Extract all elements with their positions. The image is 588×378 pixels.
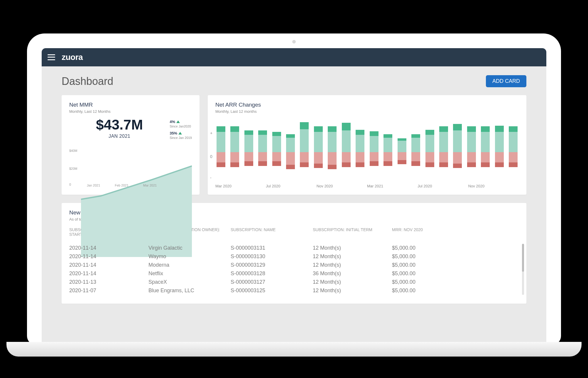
cell-date: 2020-11-07 — [69, 288, 146, 294]
arr-x-labels: Mar 2020 Jul 2020 Nov 2020 Mar 2021 Jul … — [215, 181, 519, 188]
cell-term: 12 Month(s) — [313, 262, 389, 268]
mmr-area-chart: $40M $20M 0 Jan 2021 Feb 2021 Mar 2021 — [69, 146, 192, 187]
table-row[interactable]: 2020-11-14WaymoS-000000313012 Month(s)$5… — [69, 252, 519, 261]
scrollbar-track[interactable] — [522, 244, 524, 295]
cell-date: 2020-11-14 — [69, 253, 146, 260]
mmr-value: $43.7M — [69, 118, 170, 132]
cell-date: 2020-11-13 — [69, 279, 146, 285]
mmr-since-1: Since Jan 2019 — [170, 136, 192, 140]
bar — [285, 118, 296, 181]
cell-date: 2020-11-14 — [69, 271, 146, 277]
bar — [313, 118, 324, 181]
bar — [215, 118, 226, 181]
bar — [257, 118, 268, 181]
x-label: Nov 2020 — [468, 184, 519, 188]
cell-account: Waymo — [148, 253, 228, 260]
axis-minus: - — [210, 175, 212, 180]
svg-marker-0 — [81, 166, 192, 257]
bar — [508, 118, 519, 181]
net-arr-card[interactable]: Net ARR Changes Monthly, Last 12 months … — [208, 95, 526, 195]
cell-account: Moderna — [148, 262, 228, 268]
cell-date: 2020-11-14 — [69, 245, 146, 251]
cell-account: Blue Engrams, LLC — [148, 288, 228, 294]
cell-account: SpaceX — [148, 279, 228, 285]
add-card-button[interactable]: ADD CARD — [486, 75, 526, 87]
bar — [299, 118, 310, 181]
cell-name: S-0000003128 — [231, 271, 310, 277]
table-row[interactable]: 2020-11-14NetflixS-000000312836 Month(s)… — [69, 269, 519, 278]
table-row[interactable]: 2020-11-14Virgin GalacticS-000000313112 … — [69, 244, 519, 252]
col-header-term[interactable]: SUBSCRIPTION: INITIAL TERM — [313, 227, 389, 237]
app-screen: zuora Dashboard ADD CARD Net MMR Monthly… — [42, 48, 546, 345]
cell-term: 12 Month(s) — [313, 288, 389, 294]
bar — [494, 118, 505, 181]
bar — [243, 118, 254, 181]
x-label: Jan 2021 — [87, 184, 100, 187]
mmr-change-1: 35% — [170, 131, 182, 135]
bar — [341, 118, 352, 181]
cell-term: 12 Month(s) — [313, 245, 389, 251]
table-row[interactable]: 2020-11-14ModernaS-000000312912 Month(s)… — [69, 261, 519, 269]
bar — [382, 118, 393, 181]
cell-mrr: $5,000.00 — [392, 271, 519, 277]
cell-term: 36 Month(s) — [313, 271, 389, 277]
cell-mrr: $5,000.00 — [392, 253, 519, 260]
bar — [438, 118, 449, 181]
cell-name: S-0000003127 — [231, 279, 310, 285]
col-header-name[interactable]: SUBSCRIPTION: NAME — [231, 227, 310, 237]
card-subtitle: Monthly, Last 12 Months — [69, 109, 192, 114]
card-subtitle: Monthly, Last 12 months — [215, 109, 519, 114]
page-title: Dashboard — [62, 75, 113, 88]
bar — [229, 118, 240, 181]
bar — [410, 118, 421, 181]
y-tick: 0 — [69, 183, 71, 186]
brand-logo: zuora — [62, 53, 83, 62]
x-label: Mar 2021 — [367, 184, 418, 188]
axis-zero: 0 — [210, 154, 212, 159]
cell-mrr: $5,000.00 — [392, 288, 519, 294]
mmr-change-0: 4% — [170, 120, 180, 124]
cell-date: 2020-11-14 — [69, 262, 146, 268]
cell-mrr: $5,000.00 — [392, 262, 519, 268]
net-mmr-card[interactable]: Net MMR Monthly, Last 12 Months $43.7M J… — [62, 95, 200, 195]
cell-account: Netflix — [148, 271, 228, 277]
cell-name: S-0000003130 — [231, 253, 310, 260]
y-tick: $40M — [69, 149, 77, 152]
page-header: Dashboard ADD CARD — [62, 75, 526, 88]
cell-mrr: $5,000.00 — [392, 245, 519, 251]
area-svg — [81, 146, 192, 257]
card-title: Net ARR Changes — [215, 102, 519, 108]
cell-name: S-0000003131 — [231, 245, 310, 251]
cell-account: Virgin Galactic — [148, 245, 228, 251]
x-label: Jul 2020 — [418, 184, 468, 188]
bar — [396, 118, 407, 181]
x-label: Nov 2020 — [317, 184, 367, 188]
camera-dot — [292, 40, 296, 43]
bar — [327, 118, 338, 181]
bar — [452, 118, 463, 181]
bar — [466, 118, 477, 181]
cards-row-top: Net MMR Monthly, Last 12 Months $43.7M J… — [62, 95, 526, 195]
mmr-since-0: Since Jan2020 — [170, 125, 192, 128]
x-label: Feb 2021 — [115, 184, 128, 187]
cell-term: 12 Month(s) — [313, 279, 389, 285]
bar — [355, 118, 366, 181]
bar — [424, 118, 435, 181]
bar — [369, 118, 379, 181]
card-title: Net MMR — [69, 102, 192, 108]
laptop-frame: zuora Dashboard ADD CARD Net MMR Monthly… — [27, 33, 561, 345]
triangle-up-icon — [178, 132, 182, 135]
col-header-mrr[interactable]: MRR: NOV 2020 — [392, 227, 519, 237]
cell-name: S-0000003129 — [231, 262, 310, 268]
x-label: Mar 2020 — [215, 184, 266, 188]
scrollbar-thumb[interactable] — [522, 244, 524, 272]
axis-plus: + — [210, 131, 212, 135]
menu-icon[interactable] — [48, 54, 55, 60]
cell-name: S-0000003125 — [231, 288, 310, 294]
x-label: Mar 2021 — [143, 184, 157, 187]
cell-mrr: $5,000.00 — [392, 279, 519, 285]
table-row[interactable]: 2020-11-07Blue Engrams, LLCS-00000031251… — [69, 286, 519, 295]
table-row[interactable]: 2020-11-13SpaceXS-000000312712 Month(s)$… — [69, 278, 519, 286]
x-labels: Jan 2021 Feb 2021 Mar 2021 — [81, 184, 192, 187]
bar — [480, 118, 491, 181]
